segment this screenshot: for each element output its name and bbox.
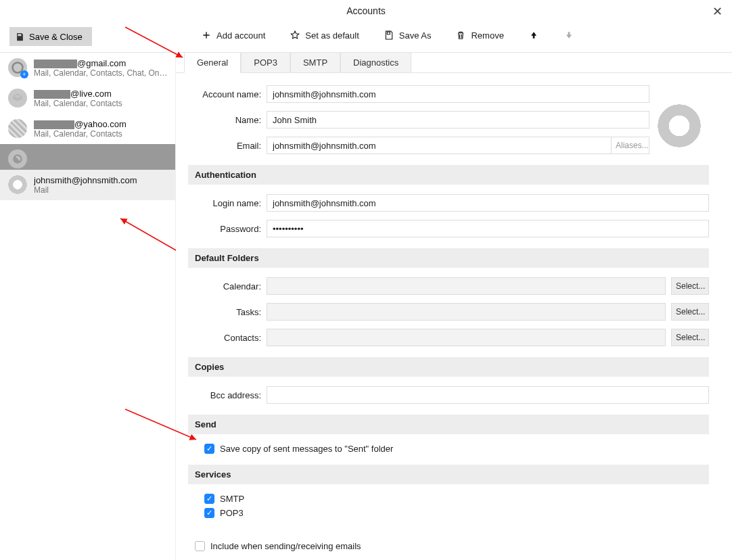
save-close-button[interactable]: Save & Close xyxy=(9,27,92,46)
label-bcc: Bcc address: xyxy=(188,390,267,400)
save-as-label: Save As xyxy=(399,30,432,41)
toolbar-main: Add account Set as default Save As Remov… xyxy=(201,30,574,41)
section-services: Services xyxy=(188,465,709,484)
account-icon xyxy=(8,89,27,108)
contacts-field[interactable] xyxy=(267,329,666,346)
checkbox-icon xyxy=(195,541,205,551)
add-account-label: Add account xyxy=(216,30,265,41)
calendar-field[interactable] xyxy=(267,277,666,295)
arrow-up-icon xyxy=(528,30,539,41)
trash-icon xyxy=(455,30,466,41)
section-copies: Copies xyxy=(188,357,709,377)
tab-smtp[interactable]: SMTP xyxy=(290,53,340,72)
move-down-button[interactable] xyxy=(564,30,574,41)
login-field[interactable] xyxy=(267,194,709,212)
tab-diagnostics[interactable]: Diagnostics xyxy=(340,53,411,72)
calendar-select-button[interactable]: Select... xyxy=(671,277,709,295)
section-authentication: Authentication xyxy=(188,165,709,185)
account-name-field[interactable] xyxy=(267,85,649,103)
include-checkbox-row[interactable]: Include when sending/receiving emails xyxy=(188,541,709,551)
pop3-checkbox-row[interactable]: ✓ POP3 xyxy=(188,508,709,518)
checkbox-icon: ✓ xyxy=(204,508,214,518)
add-account-button[interactable]: Add account xyxy=(201,30,265,41)
name-field[interactable] xyxy=(267,111,649,129)
account-name: @yahoo.com xyxy=(34,119,168,129)
remove-label: Remove xyxy=(471,30,503,41)
label-calendar: Calendar: xyxy=(188,281,267,291)
save-close-label: Save & Close xyxy=(29,32,83,42)
account-name: @live.com xyxy=(34,89,168,99)
save-as-button[interactable]: Save As xyxy=(384,30,432,41)
header: Accounts Save & Close Add account Set as… xyxy=(0,0,732,53)
label-email: Email: xyxy=(188,141,267,151)
account-icon xyxy=(8,175,27,194)
aliases-button[interactable]: Aliases... xyxy=(612,137,649,154)
smtp-checkbox-row[interactable]: ✓ SMTP xyxy=(188,494,709,504)
save-sent-label: Save copy of sent messages to "Sent" fol… xyxy=(220,444,393,454)
save-icon xyxy=(15,32,25,42)
account-item-yahoo[interactable]: @yahoo.com Mail, Calendar, Contacts xyxy=(0,114,175,144)
label-password: Password: xyxy=(188,224,267,234)
set-default-label: Set as default xyxy=(305,30,359,41)
pop3-label: POP3 xyxy=(220,508,244,518)
label-login: Login name: xyxy=(188,198,267,208)
account-sub: Mail, Calendar, Contacts, Chat, Onli... xyxy=(34,68,168,78)
account-item-redacted[interactable] xyxy=(0,144,175,170)
account-item-gmail[interactable]: + @gmail.com Mail, Calendar, Contacts, C… xyxy=(0,53,175,83)
account-sub: Mail, Calendar, Contacts xyxy=(34,99,168,108)
account-list: + @gmail.com Mail, Calendar, Contacts, C… xyxy=(0,53,176,560)
tasks-field[interactable] xyxy=(267,303,666,321)
checkbox-icon: ✓ xyxy=(204,444,214,454)
smtp-label: SMTP xyxy=(220,494,244,504)
plus-icon xyxy=(201,30,212,41)
tab-bar: General POP3 SMTP Diagnostics xyxy=(176,53,732,73)
save-as-icon xyxy=(384,30,394,41)
account-icon xyxy=(8,119,27,138)
email-field[interactable] xyxy=(267,137,612,154)
bcc-field[interactable] xyxy=(267,386,709,404)
toolbar-save: Save & Close xyxy=(9,27,92,46)
section-send: Send xyxy=(188,415,709,434)
include-label: Include when sending/receiving emails xyxy=(210,541,361,551)
account-item-live[interactable]: @live.com Mail, Calendar, Contacts xyxy=(0,83,175,114)
account-icon: + xyxy=(8,58,27,77)
account-item-johnsmith[interactable]: johnsmith@johnsmith.com Mail xyxy=(0,170,175,200)
label-contacts: Contacts: xyxy=(188,333,267,343)
star-icon xyxy=(290,30,300,41)
main-pane: General POP3 SMTP Diagnostics Account na… xyxy=(176,53,732,560)
account-icon xyxy=(8,149,27,168)
checkbox-icon: ✓ xyxy=(204,494,214,504)
account-sub: Mail xyxy=(34,185,168,195)
tab-pop3[interactable]: POP3 xyxy=(241,53,290,72)
account-name: johnsmith@johnsmith.com xyxy=(34,175,168,185)
remove-button[interactable]: Remove xyxy=(455,30,503,41)
account-name: @gmail.com xyxy=(34,58,168,68)
set-default-button[interactable]: Set as default xyxy=(290,30,359,41)
contacts-select-button[interactable]: Select... xyxy=(671,329,709,346)
account-sub: Mail, Calendar, Contacts xyxy=(34,129,168,139)
section-default-folders: Default Folders xyxy=(188,248,709,268)
move-up-button[interactable] xyxy=(528,30,539,41)
arrow-down-icon xyxy=(564,30,574,41)
tasks-select-button[interactable]: Select... xyxy=(671,303,709,321)
tab-general[interactable]: General xyxy=(184,53,241,73)
label-name: Name: xyxy=(188,115,267,125)
save-sent-checkbox-row[interactable]: ✓ Save copy of sent messages to "Sent" f… xyxy=(188,444,709,454)
label-tasks: Tasks: xyxy=(188,307,267,317)
account-avatar[interactable] xyxy=(658,104,701,147)
password-field[interactable] xyxy=(267,220,709,237)
label-account-name: Account name: xyxy=(188,89,267,99)
window-title: Accounts xyxy=(0,0,732,16)
